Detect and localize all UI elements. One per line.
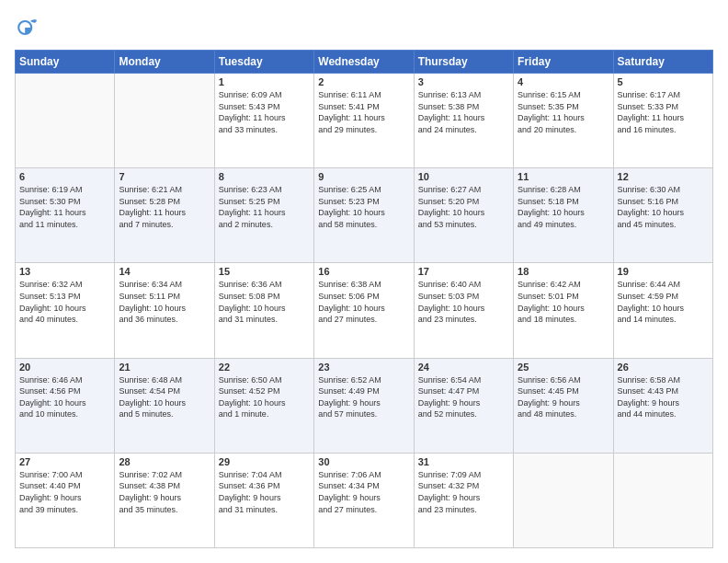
day-number: 10 bbox=[418, 171, 509, 182]
day-number: 4 bbox=[518, 76, 609, 87]
weekday-header: Thursday bbox=[414, 51, 513, 74]
calendar-cell: 14Sunrise: 6:34 AM Sunset: 5:11 PM Dayli… bbox=[115, 263, 214, 358]
day-number: 31 bbox=[418, 456, 509, 467]
calendar-cell: 7Sunrise: 6:21 AM Sunset: 5:28 PM Daylig… bbox=[115, 168, 214, 263]
calendar-cell: 1Sunrise: 6:09 AM Sunset: 5:43 PM Daylig… bbox=[214, 74, 313, 168]
calendar-cell bbox=[514, 453, 613, 547]
calendar-row: 20Sunrise: 6:46 AM Sunset: 4:56 PM Dayli… bbox=[16, 358, 713, 453]
weekday-header: Friday bbox=[514, 51, 613, 74]
day-number: 27 bbox=[19, 456, 110, 467]
day-info: Sunrise: 6:42 AM Sunset: 5:01 PM Dayligh… bbox=[518, 279, 609, 325]
day-info: Sunrise: 6:40 AM Sunset: 5:03 PM Dayligh… bbox=[418, 279, 509, 325]
day-number: 30 bbox=[318, 456, 409, 467]
day-number: 11 bbox=[518, 171, 609, 182]
day-number: 2 bbox=[318, 76, 409, 87]
day-number: 25 bbox=[518, 362, 609, 373]
day-info: Sunrise: 6:09 AM Sunset: 5:43 PM Dayligh… bbox=[219, 89, 310, 135]
day-number: 1 bbox=[219, 76, 310, 87]
day-info: Sunrise: 6:27 AM Sunset: 5:20 PM Dayligh… bbox=[418, 184, 509, 230]
calendar-cell: 13Sunrise: 6:32 AM Sunset: 5:13 PM Dayli… bbox=[16, 263, 115, 358]
calendar-cell: 29Sunrise: 7:04 AM Sunset: 4:36 PM Dayli… bbox=[214, 453, 313, 547]
calendar-cell: 23Sunrise: 6:52 AM Sunset: 4:49 PM Dayli… bbox=[314, 358, 414, 453]
day-info: Sunrise: 6:56 AM Sunset: 4:45 PM Dayligh… bbox=[518, 374, 609, 420]
weekday-header: Tuesday bbox=[214, 51, 313, 74]
calendar-cell: 5Sunrise: 6:17 AM Sunset: 5:33 PM Daylig… bbox=[613, 74, 712, 168]
calendar-cell: 20Sunrise: 6:46 AM Sunset: 4:56 PM Dayli… bbox=[16, 358, 115, 453]
logo-icon bbox=[15, 15, 40, 40]
day-info: Sunrise: 6:21 AM Sunset: 5:28 PM Dayligh… bbox=[119, 184, 210, 230]
day-number: 14 bbox=[119, 266, 210, 277]
calendar-cell: 9Sunrise: 6:25 AM Sunset: 5:23 PM Daylig… bbox=[314, 168, 414, 263]
day-info: Sunrise: 6:38 AM Sunset: 5:06 PM Dayligh… bbox=[318, 279, 409, 325]
day-info: Sunrise: 6:34 AM Sunset: 5:11 PM Dayligh… bbox=[119, 279, 210, 325]
calendar-cell bbox=[115, 74, 214, 168]
calendar-row: 1Sunrise: 6:09 AM Sunset: 5:43 PM Daylig… bbox=[16, 74, 713, 168]
weekday-header: Monday bbox=[115, 51, 214, 74]
calendar-cell: 16Sunrise: 6:38 AM Sunset: 5:06 PM Dayli… bbox=[314, 263, 414, 358]
calendar-cell: 15Sunrise: 6:36 AM Sunset: 5:08 PM Dayli… bbox=[214, 263, 313, 358]
day-info: Sunrise: 6:52 AM Sunset: 4:49 PM Dayligh… bbox=[318, 374, 409, 420]
day-info: Sunrise: 6:23 AM Sunset: 5:25 PM Dayligh… bbox=[219, 184, 310, 230]
calendar-cell: 28Sunrise: 7:02 AM Sunset: 4:38 PM Dayli… bbox=[115, 453, 214, 547]
page: SundayMondayTuesdayWednesdayThursdayFrid… bbox=[0, 0, 728, 563]
day-number: 23 bbox=[318, 362, 409, 373]
day-info: Sunrise: 6:44 AM Sunset: 4:59 PM Dayligh… bbox=[618, 279, 709, 325]
calendar-row: 27Sunrise: 7:00 AM Sunset: 4:40 PM Dayli… bbox=[16, 453, 713, 547]
day-info: Sunrise: 6:28 AM Sunset: 5:18 PM Dayligh… bbox=[518, 184, 609, 230]
day-number: 16 bbox=[318, 266, 409, 277]
day-number: 7 bbox=[119, 171, 210, 182]
day-info: Sunrise: 6:11 AM Sunset: 5:41 PM Dayligh… bbox=[318, 89, 409, 135]
day-number: 3 bbox=[418, 76, 509, 87]
calendar-cell bbox=[16, 74, 115, 168]
day-number: 8 bbox=[219, 171, 310, 182]
calendar-table: SundayMondayTuesdayWednesdayThursdayFrid… bbox=[15, 50, 713, 548]
day-number: 29 bbox=[219, 456, 310, 467]
day-number: 24 bbox=[418, 362, 509, 373]
calendar-cell: 25Sunrise: 6:56 AM Sunset: 4:45 PM Dayli… bbox=[514, 358, 613, 453]
day-number: 26 bbox=[618, 362, 709, 373]
calendar-cell: 18Sunrise: 6:42 AM Sunset: 5:01 PM Dayli… bbox=[514, 263, 613, 358]
day-number: 21 bbox=[119, 362, 210, 373]
day-number: 17 bbox=[418, 266, 509, 277]
day-info: Sunrise: 6:54 AM Sunset: 4:47 PM Dayligh… bbox=[418, 374, 509, 420]
day-number: 12 bbox=[618, 171, 709, 182]
day-info: Sunrise: 7:04 AM Sunset: 4:36 PM Dayligh… bbox=[219, 469, 310, 515]
calendar-row: 13Sunrise: 6:32 AM Sunset: 5:13 PM Dayli… bbox=[16, 263, 713, 358]
day-number: 28 bbox=[119, 456, 210, 467]
calendar-row: 6Sunrise: 6:19 AM Sunset: 5:30 PM Daylig… bbox=[16, 168, 713, 263]
day-info: Sunrise: 6:50 AM Sunset: 4:52 PM Dayligh… bbox=[219, 374, 310, 420]
calendar-cell: 24Sunrise: 6:54 AM Sunset: 4:47 PM Dayli… bbox=[414, 358, 513, 453]
calendar-cell: 27Sunrise: 7:00 AM Sunset: 4:40 PM Dayli… bbox=[16, 453, 115, 547]
calendar-cell: 22Sunrise: 6:50 AM Sunset: 4:52 PM Dayli… bbox=[214, 358, 313, 453]
weekday-header: Wednesday bbox=[314, 51, 414, 74]
day-number: 6 bbox=[19, 171, 110, 182]
day-info: Sunrise: 6:48 AM Sunset: 4:54 PM Dayligh… bbox=[119, 374, 210, 420]
calendar-cell: 21Sunrise: 6:48 AM Sunset: 4:54 PM Dayli… bbox=[115, 358, 214, 453]
day-info: Sunrise: 6:58 AM Sunset: 4:43 PM Dayligh… bbox=[618, 374, 709, 420]
day-info: Sunrise: 6:19 AM Sunset: 5:30 PM Dayligh… bbox=[19, 184, 110, 230]
calendar-cell: 12Sunrise: 6:30 AM Sunset: 5:16 PM Dayli… bbox=[613, 168, 712, 263]
header-row: SundayMondayTuesdayWednesdayThursdayFrid… bbox=[16, 51, 713, 74]
day-info: Sunrise: 6:32 AM Sunset: 5:13 PM Dayligh… bbox=[19, 279, 110, 325]
day-info: Sunrise: 7:06 AM Sunset: 4:34 PM Dayligh… bbox=[318, 469, 409, 515]
day-info: Sunrise: 6:30 AM Sunset: 5:16 PM Dayligh… bbox=[618, 184, 709, 230]
day-number: 22 bbox=[219, 362, 310, 373]
calendar-cell: 17Sunrise: 6:40 AM Sunset: 5:03 PM Dayli… bbox=[414, 263, 513, 358]
day-number: 9 bbox=[318, 171, 409, 182]
day-number: 19 bbox=[618, 266, 709, 277]
day-number: 18 bbox=[518, 266, 609, 277]
calendar-cell: 8Sunrise: 6:23 AM Sunset: 5:25 PM Daylig… bbox=[214, 168, 313, 263]
day-number: 5 bbox=[618, 76, 709, 87]
calendar-cell: 3Sunrise: 6:13 AM Sunset: 5:38 PM Daylig… bbox=[414, 74, 513, 168]
day-info: Sunrise: 6:36 AM Sunset: 5:08 PM Dayligh… bbox=[219, 279, 310, 325]
calendar-cell: 2Sunrise: 6:11 AM Sunset: 5:41 PM Daylig… bbox=[314, 74, 414, 168]
weekday-header: Saturday bbox=[613, 51, 712, 74]
day-number: 13 bbox=[19, 266, 110, 277]
header bbox=[15, 15, 713, 40]
calendar-cell: 30Sunrise: 7:06 AM Sunset: 4:34 PM Dayli… bbox=[314, 453, 414, 547]
calendar-cell: 26Sunrise: 6:58 AM Sunset: 4:43 PM Dayli… bbox=[613, 358, 712, 453]
day-info: Sunrise: 6:25 AM Sunset: 5:23 PM Dayligh… bbox=[318, 184, 409, 230]
day-info: Sunrise: 6:17 AM Sunset: 5:33 PM Dayligh… bbox=[618, 89, 709, 135]
calendar-cell: 4Sunrise: 6:15 AM Sunset: 5:35 PM Daylig… bbox=[514, 74, 613, 168]
day-info: Sunrise: 6:46 AM Sunset: 4:56 PM Dayligh… bbox=[19, 374, 110, 420]
